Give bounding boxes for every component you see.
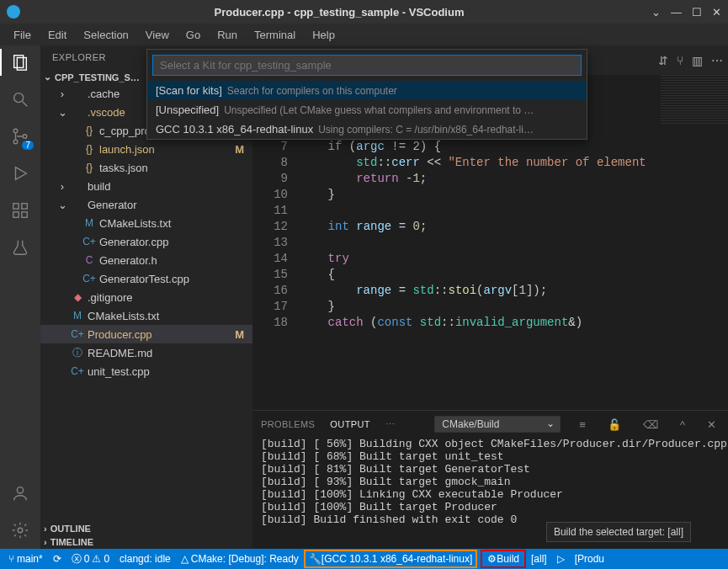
more-actions-icon[interactable]: ⋯ [711, 54, 723, 67]
quickpick-item-label: [Scan for kits] [156, 84, 222, 97]
quickpick-input[interactable] [152, 55, 582, 76]
filter-icon[interactable]: ≡ [576, 418, 589, 431]
tree-item[interactable]: ◆.gitignore [40, 288, 252, 306]
quickpick-item-desc: Unspecified (Let CMake guess what compil… [224, 104, 534, 116]
svg-line-3 [23, 102, 28, 107]
split-editor-icon[interactable]: ▥ [692, 54, 703, 67]
outline-section-header[interactable]: › OUTLINE [40, 522, 252, 535]
maximize-icon[interactable]: ☐ [692, 6, 702, 19]
status-clangd[interactable]: clangd: idle [114, 549, 176, 569]
menu-run[interactable]: Run [210, 27, 244, 43]
tree-item[interactable]: C+Generator.cpp [40, 232, 252, 251]
output-channel-selector[interactable]: CMake/Build [434, 416, 561, 433]
menu-edit[interactable]: Edit [41, 27, 73, 43]
status-build-button[interactable]: ⚙Build [481, 550, 526, 568]
quickpick-item[interactable]: [Unspecified]Unspecified (Let CMake gues… [147, 100, 587, 120]
minimize-icon[interactable]: — [671, 6, 682, 19]
clear-output-icon[interactable]: ⌫ [640, 418, 662, 431]
timeline-section-header[interactable]: › TIMELINE [40, 535, 252, 549]
settings-icon[interactable] [10, 520, 30, 540]
status-active-kit[interactable]: 🔧[GCC 10.3.1 x86_64-redhat-linux] [304, 550, 477, 568]
close-panel-icon[interactable]: ✕ [704, 418, 720, 431]
tree-item[interactable]: CGenerator.h [40, 251, 252, 269]
tree-item[interactable]: C+Producer.cppM [40, 325, 252, 343]
file-icon: {} [82, 125, 96, 136]
error-icon: ⓧ [72, 552, 82, 566]
cmake-icon: △ [181, 553, 189, 565]
tree-item[interactable]: ⓘREADME.md [40, 343, 252, 362]
tab-output[interactable]: OUTPUT [330, 419, 370, 429]
svg-point-6 [23, 135, 27, 139]
status-bar: ⑂main* ⟳ ⓧ0 ⚠0 clangd: idle △CMake: [Deb… [0, 549, 728, 569]
tree-item[interactable]: MCMakeLists.txt [40, 214, 252, 232]
chevron-down-icon: ⌄ [44, 72, 51, 82]
menu-go[interactable]: Go [179, 27, 207, 43]
tree-item[interactable]: {}launch.jsonM [40, 140, 252, 158]
menu-bar: File Edit Selection View Go Run Terminal… [0, 24, 728, 45]
menu-selection[interactable]: Selection [77, 27, 135, 43]
svg-rect-8 [13, 204, 19, 209]
debug-icon[interactable] [10, 163, 30, 183]
status-branch[interactable]: ⑂main* [3, 549, 48, 569]
file-icon: ◆ [71, 291, 84, 303]
tree-item-label: Generator.cpp [99, 236, 252, 248]
file-icon: {} [82, 162, 96, 173]
window-menu-icon[interactable]: ⌄ [651, 6, 661, 19]
menu-terminal[interactable]: Terminal [247, 27, 302, 43]
tab-problems[interactable]: PROBLEMS [261, 419, 315, 429]
svg-rect-11 [22, 204, 27, 209]
kit-selector-quickpick: [Scan for kits]Search for compilers on t… [146, 49, 587, 140]
file-icon: C+ [71, 365, 84, 377]
lock-scroll-icon[interactable]: 🔓 [604, 418, 624, 431]
maximize-panel-icon[interactable]: ^ [677, 418, 688, 431]
svg-point-4 [13, 129, 18, 133]
status-launch-target[interactable]: [Produ [570, 549, 609, 569]
account-icon[interactable] [10, 483, 30, 503]
tree-item-label: GeneratorTest.cpp [99, 273, 252, 285]
tab-more[interactable]: ⋯ [385, 419, 395, 430]
tree-item-label: CMakeLists.txt [88, 310, 252, 322]
menu-help[interactable]: Help [306, 27, 342, 43]
status-build-target[interactable]: [all] [526, 549, 552, 569]
activity-bar: 7 [0, 45, 40, 549]
quickpick-item-desc: Search for compilers on this computer [227, 85, 397, 97]
outline-label: OUTLINE [50, 524, 91, 534]
sidebar-title: EXPLORER [52, 52, 106, 63]
tree-item[interactable]: ⌄Generator [40, 195, 252, 214]
tree-item[interactable]: C+unit_test.cpp [40, 362, 252, 380]
svg-rect-10 [22, 212, 27, 217]
open-changes-icon[interactable]: ⑂ [677, 54, 683, 67]
status-debug[interactable]: ▷ [552, 549, 570, 569]
quickpick-item-desc: Using compilers: C = /usr/bin/x86_64-red… [318, 124, 534, 136]
status-sync[interactable]: ⟳ [48, 549, 66, 569]
tree-item[interactable]: {}tasks.json [40, 158, 252, 177]
explorer-icon[interactable] [10, 52, 30, 72]
test-icon[interactable] [10, 237, 30, 258]
menu-view[interactable]: View [139, 27, 176, 43]
chevron-right-icon: › [44, 537, 47, 547]
extensions-icon[interactable] [10, 200, 30, 221]
menu-file[interactable]: File [7, 27, 38, 43]
source-control-icon[interactable]: 7 [10, 126, 30, 146]
search-icon[interactable] [10, 89, 30, 109]
warning-icon: ⚠ [92, 553, 101, 565]
file-icon: C+ [71, 328, 84, 340]
minimap[interactable] [661, 75, 728, 410]
tree-item[interactable]: C+GeneratorTest.cpp [40, 269, 252, 288]
tree-item[interactable]: MCMakeLists.txt [40, 306, 252, 325]
gear-icon: ⚙ [487, 553, 497, 565]
chevron-icon: ⌄ [57, 199, 67, 211]
tree-item-label: tasks.json [99, 162, 252, 174]
wrench-icon: 🔧 [309, 553, 321, 565]
quickpick-item[interactable]: [Scan for kits]Search for compilers on t… [147, 81, 587, 100]
status-cmake[interactable]: △CMake: [Debug]: Ready [176, 549, 304, 569]
modified-badge: M [235, 143, 252, 156]
status-problems[interactable]: ⓧ0 ⚠0 [66, 549, 114, 569]
title-bar: Producer.cpp - cpp_testing_sample - VSCo… [0, 0, 728, 24]
tree-item[interactable]: ›build [40, 177, 252, 195]
close-icon[interactable]: ✕ [712, 6, 721, 19]
file-icon: {} [82, 143, 96, 155]
compare-icon[interactable]: ⇵ [658, 54, 668, 67]
quickpick-item[interactable]: GCC 10.3.1 x86_64-redhat-linuxUsing comp… [147, 120, 587, 139]
svg-rect-9 [13, 212, 19, 217]
